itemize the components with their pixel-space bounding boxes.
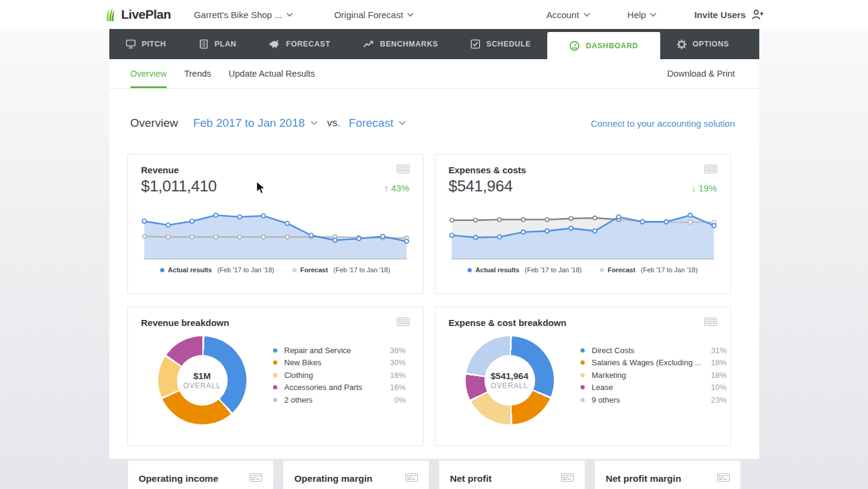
tab-dashboard-label: DASHBOARD [586,42,638,50]
keyboard-icon [704,165,717,173]
chevron-down-icon [650,13,657,17]
company-selector-label: Garrett's Bike Shop ... [194,10,282,20]
tab-pitch[interactable]: PITCH [109,29,183,59]
keyboard-icon [397,318,410,326]
actual-legend-dot [468,268,472,272]
legend-row[interactable]: Lease10% [580,382,731,394]
checkbox-icon [471,39,480,49]
monitor-icon [126,39,136,49]
date-range-label: Feb 2017 to Jan 2018 [193,117,305,130]
up-arrow-icon: ↑ [384,183,389,193]
tab-benchmarks-label: BENCHMARKS [380,40,438,48]
legend-row[interactable]: Repair and Service38% [273,344,410,357]
actual-legend-period: (Feb '17 to Jan '18) [525,266,582,273]
net-profit-edit-button[interactable] [561,473,574,482]
expenses-edit-data-button[interactable] [704,165,717,173]
connect-accounting-link[interactable]: Connect to your accounting solution [591,118,735,129]
revenue-edit-data-button[interactable] [397,165,410,173]
slice-label: Repair and Service [285,346,381,355]
revenue-donut-sublabel: OVERALL [183,382,220,390]
metrics-row: Operating income Operating margin Net pr… [127,460,741,489]
revenue-line-chart[interactable] [141,200,410,263]
company-selector[interactable]: Garrett's Bike Shop ... [194,10,293,20]
subnav-trends[interactable]: Trends [184,59,211,88]
download-print-label: Download & Print [667,69,735,78]
slice-dot [273,398,277,402]
operating-income-title: Operating income [139,473,219,484]
date-range-picker[interactable]: Feb 2017 to Jan 2018 [193,117,318,130]
legend-row[interactable]: Salaries & Wages (Excluding ...18% [580,357,731,369]
tab-options[interactable]: OPTIONS [660,29,745,59]
gear-icon [677,39,687,50]
keyboard-icon [397,165,410,173]
expenses-change-value: 19% [698,183,716,193]
legend-row[interactable]: New Bikes30% [273,357,410,369]
tab-schedule[interactable]: SCHEDULE [454,29,547,59]
slice-pct: 31% [701,346,727,355]
revenue-card: Revenue $1,011,410 ↑ 43% [127,154,423,294]
legend-row[interactable]: Marketing18% [580,369,731,382]
slice-label: Marketing [592,371,702,380]
revenue-donut-chart[interactable]: $1M OVERALL [158,336,246,424]
expenses-change-badge: ↓ 19% [692,183,717,196]
net-profit-title: Net profit [450,473,492,484]
slice-dot [580,348,585,353]
revenue-breakdown-card: Revenue breakdown $1M OVERALL [127,307,423,446]
slice-label: 9 others [592,395,702,404]
operating-income-card: Operating income [127,460,274,489]
download-print-button[interactable]: Download & Print [667,59,735,88]
tab-benchmarks[interactable]: BENCHMARKS [347,29,454,59]
operating-margin-edit-button[interactable] [405,473,418,482]
tab-options-label: OPTIONS [693,40,729,48]
account-menu[interactable]: Account [546,10,590,20]
expenses-line-chart[interactable] [449,200,717,263]
keyboard-icon [717,473,730,482]
expense-donut-chart[interactable]: $541,964 OVERALL [466,336,554,424]
legend-row[interactable]: Clothing16% [273,369,410,382]
help-menu[interactable]: Help [628,10,657,20]
invite-users-button[interactable]: Invite Users [694,9,764,21]
liveplan-logo[interactable]: LivePlan [104,7,171,23]
expenses-card: Expenses & costs $541,964 ↓ 19% [435,154,731,294]
operating-margin-title: Operating margin [294,473,372,484]
slice-label: 2 others [285,395,381,404]
subnav-update-actual-results[interactable]: Update Actual Results [229,59,315,88]
keyboard-icon [405,473,418,482]
chevron-down-icon [310,121,318,126]
legend-row[interactable]: Accessories and Parts16% [273,382,410,394]
revenue-change-badge: ↑ 43% [384,183,410,196]
expense-breakdown-edit-button[interactable] [704,318,717,326]
notebook-icon [199,39,208,49]
operating-income-edit-button[interactable] [249,473,262,482]
keyboard-icon [704,318,717,326]
revenue-chart-legend: Actual results(Feb '17 to Jan '18) Forec… [141,266,410,273]
page-title: Overview [130,117,178,130]
logo-text: LivePlan [121,7,171,22]
revenue-breakdown-title: Revenue breakdown [141,318,230,328]
revenue-breakdown-edit-button[interactable] [397,318,410,326]
tab-forecast[interactable]: FORECAST [252,29,347,59]
subnav-overview[interactable]: Overview [130,59,167,88]
person-add-icon [751,9,764,21]
net-profit-margin-edit-button[interactable] [717,473,730,482]
forecast-selector[interactable]: Original Forecast [334,10,414,20]
subnav-overview-label: Overview [130,69,167,78]
slice-dot [580,385,585,389]
legend-row[interactable]: 9 others23% [580,394,731,406]
tab-dashboard[interactable]: DASHBOARD [547,32,660,59]
actual-legend-label: Actual results [475,266,519,273]
slice-label: Salaries & Wages (Excluding ... [592,358,702,367]
tab-plan[interactable]: PLAN [182,29,252,59]
net-profit-margin-card: Net profit margin [594,460,741,489]
expense-donut-center: $541,964 OVERALL [484,355,535,406]
tab-forecast-label: FORECAST [286,40,330,48]
revenue-donut-value: $1M [193,371,211,381]
compare-to-picker[interactable]: Forecast [349,117,406,130]
legend-row[interactable]: Direct Costs31% [580,344,731,357]
slice-pct: 10% [701,383,727,392]
actual-legend-dot [160,268,164,272]
forecast-legend-dot [292,268,297,272]
legend-row[interactable]: 2 others0% [273,394,410,406]
slice-dot [580,373,585,377]
expense-breakdown-title: Expense & cost breakdown [449,318,567,328]
